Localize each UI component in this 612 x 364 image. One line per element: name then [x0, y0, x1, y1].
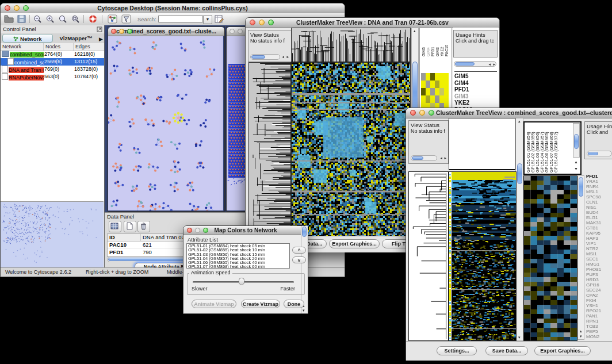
gene-label[interactable]: VIP1 [586, 241, 612, 246]
scroll-right-icon[interactable]: ▸ [493, 62, 495, 67]
scrollbar-thumb[interactable] [251, 55, 265, 59]
matrix-column-label[interactable]: PAC10 [445, 30, 449, 56]
float-panel-icon[interactable] [97, 26, 102, 32]
zoom-button[interactable] [268, 20, 274, 25]
gene-label[interactable]: HRD3 [586, 277, 612, 282]
network-row[interactable]: DNA and Tran 07 769(0) 183728(0) [1, 66, 104, 73]
matrix-column-label[interactable]: YKE2 [440, 30, 445, 56]
array-column-label[interactable]: GPL51-07 (GSM868) [549, 124, 553, 173]
gene-label[interactable]: KAP95 [586, 231, 612, 236]
speed-slider-thumb[interactable] [239, 278, 244, 285]
close-button[interactable] [230, 29, 235, 34]
label-scrollbar[interactable] [573, 123, 580, 158]
network-view-titlebar[interactable]: combined_scores_good.txt--cluste... [108, 27, 224, 36]
gene-label[interactable]: TCB3 [586, 324, 612, 329]
global-heatmap[interactable] [291, 62, 411, 236]
column-header-edges[interactable]: Edges [74, 43, 104, 51]
open-file-icon[interactable] [4, 14, 14, 24]
row-dendrogram[interactable] [248, 62, 291, 236]
gene-label[interactable]: PUF3 [586, 272, 612, 277]
dialog-titlebar[interactable]: Map Colors to Network [183, 226, 308, 235]
create-network-icon[interactable] [108, 14, 117, 24]
gene-label[interactable]: PFD1 [454, 86, 497, 93]
scroll-down-icon[interactable]: ▾ [518, 335, 521, 340]
gene-label[interactable]: CLN1 [586, 200, 612, 205]
gene-label[interactable]: MAK31 [586, 220, 612, 225]
annotation-icon[interactable] [121, 14, 131, 24]
horizontal-scrollbar[interactable] [587, 151, 612, 156]
zoom-button[interactable] [203, 228, 208, 233]
scrollbar-thumb[interactable] [412, 156, 423, 160]
gene-label[interactable]: PHO81 [586, 267, 612, 272]
zoom-out-icon[interactable] [33, 14, 43, 24]
matrix-column-label[interactable]: GIM5 [422, 30, 426, 56]
delete-attribute-icon[interactable] [137, 221, 150, 232]
treeview2-titlebar[interactable]: ClusterMaker TreeView : combined_scores_… [406, 108, 612, 118]
zoom-button[interactable] [429, 110, 434, 116]
gene-label[interactable]: NTR2 [586, 246, 612, 251]
column-header-nodes[interactable]: Nodes [44, 43, 74, 51]
row-dendrogram[interactable] [408, 171, 449, 341]
save-icon[interactable] [17, 14, 26, 24]
birdseye-view[interactable] [1, 201, 104, 268]
scroll-left-icon[interactable]: ◂ [440, 156, 442, 160]
array-column-label[interactable]: GPL51-03 (GSM856) [535, 124, 540, 173]
zoom-button[interactable] [23, 5, 29, 11]
column-dendrogram-area[interactable] [449, 118, 515, 170]
move-up-button[interactable]: ^ [292, 247, 306, 254]
scroll-up-icon[interactable]: ▴ [414, 29, 416, 33]
gene-label[interactable]: GIM4 [454, 80, 497, 87]
zoom-button[interactable] [127, 29, 132, 34]
column-header-network[interactable]: Network [1, 43, 44, 51]
tab-vizmapper[interactable]: VizMapper™ [55, 34, 97, 43]
scroll-right-icon[interactable]: ▸ [444, 156, 446, 160]
global-heatmap[interactable] [449, 171, 517, 341]
scroll-right-icon[interactable]: ▸ [286, 55, 289, 59]
zoom-heatmap[interactable] [523, 175, 577, 341]
gene-label[interactable]: FIG4 [586, 298, 612, 303]
scroll-left-icon[interactable]: ◂ [282, 55, 284, 59]
export-graphics-button[interactable]: Export Graphics... [534, 346, 591, 355]
array-column-label[interactable]: GPL51-04 (GSM857) [540, 124, 544, 173]
gene-label[interactable]: SEC24 [586, 288, 612, 293]
array-column-label[interactable]: GPL51-06 (GSM865) [544, 124, 549, 173]
scrollbar-thumb[interactable] [517, 163, 522, 184]
gene-label[interactable]: BUD4 [586, 210, 612, 215]
gene-label[interactable]: RPN1 [586, 319, 612, 324]
gene-label[interactable]: MON2 [586, 334, 612, 339]
scroll-down-icon[interactable]: ▾ [580, 334, 582, 339]
array-column-label[interactable]: GPL51-08 (GSM872) [553, 124, 558, 173]
minimize-button[interactable] [119, 29, 124, 34]
minimize-button[interactable] [238, 29, 243, 34]
minimize-button[interactable] [259, 20, 265, 25]
gene-label[interactable]: SEC1 [586, 256, 612, 262]
search-input[interactable] [158, 15, 203, 23]
done-button[interactable]: Done [284, 300, 304, 308]
scroll-up-icon[interactable]: ▲ [574, 160, 578, 164]
move-down-button[interactable]: v [292, 256, 306, 263]
settings-button[interactable]: Settings... [437, 346, 477, 355]
minimize-button[interactable] [14, 5, 20, 11]
scroll-up-icon[interactable]: ▴ [580, 329, 582, 334]
attribute-editor-icon[interactable] [215, 14, 224, 24]
gene-label[interactable]: RNR4 [586, 184, 612, 189]
tab-overflow-arrow[interactable]: ▶ [99, 35, 103, 44]
zoom-fit-icon[interactable] [71, 14, 81, 24]
gene-label[interactable]: YKE2 [454, 99, 497, 106]
matrix-column-label[interactable]: GIM4 [426, 30, 431, 56]
array-column-label[interactable]: GPL51-02 (GSM855) [530, 124, 535, 173]
horizontal-scrollbar[interactable] [250, 54, 280, 60]
close-button[interactable] [187, 228, 192, 233]
gene-label[interactable]: GTB1 [586, 225, 612, 231]
create-vizmap-button[interactable]: Create Vizmap [241, 300, 280, 308]
animate-vizmap-button[interactable]: Animate Vizmap [192, 300, 236, 308]
select-attributes-icon[interactable] [109, 221, 121, 232]
gene-label[interactable]: PFD1 [586, 174, 612, 179]
gene-label[interactable]: PEP5 [586, 329, 612, 334]
treeview1-titlebar[interactable]: ClusterMaker TreeView : DNA and Tran 07-… [246, 18, 499, 28]
zoom-in-icon[interactable] [45, 14, 55, 24]
scroll-left-icon[interactable]: ◂ [488, 62, 491, 67]
gene-label[interactable]: RPO21 [586, 308, 612, 313]
horizontal-scrollbar[interactable] [411, 155, 437, 161]
horizontal-scrollbar[interactable]: ◂ ▸ [454, 61, 496, 67]
